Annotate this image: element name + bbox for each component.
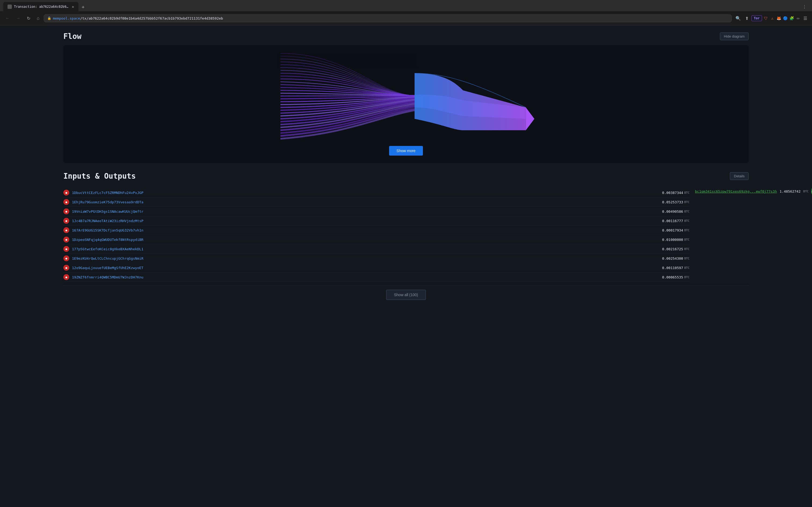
address-bar[interactable]: 🔒 mempool.space/tx/ab7622a64c02b9df08e1b… (44, 14, 732, 22)
input-icon: ● (63, 209, 69, 214)
input-amount: 0.00254300 (662, 257, 683, 261)
io-header: Inputs & Outputs Details (63, 172, 749, 180)
output-amount-value: 1.48562742 (779, 189, 801, 193)
input-amount: 0.00065535 (662, 275, 683, 279)
extension-icons: 🛡 ⚠ 🦊 🔵 🧩 ▭ (763, 15, 801, 21)
table-row: ● 1DbucVttCEzFLc7cF5ZRMNDhFu24vPxJGP 0.0… (63, 185, 749, 285)
output-btc-unit: BTC (803, 190, 809, 193)
input-address[interactable]: 177p5GtwcEefoKCeic8gXkeBXAeNhekDL1 (72, 247, 662, 251)
input-unit: BTC (684, 210, 690, 213)
input-icon: ● (63, 190, 69, 195)
input-unit: BTC (684, 238, 690, 241)
table-row: ● 1Jc4B7a7RJNAeoTAtiW23izRHVjndzMtsP 0.0… (63, 216, 690, 226)
flow-section: Flow Hide diagram (63, 25, 749, 163)
input-address[interactable]: 1EhjRu79GuomzieK75dp73Vvesaa9rdDTa (72, 200, 662, 204)
tab-title: Transaction: ab7622a64c02b9... (14, 5, 70, 9)
hide-diagram-button[interactable]: Hide diagram (720, 33, 749, 40)
input-amount: 0.00216725 (662, 247, 683, 251)
browser-chrome: Transaction: ab7622a64c02b9... ✕ + ⋮ ← →… (0, 0, 812, 25)
flow-header: Flow Hide diagram (63, 32, 749, 41)
window-controls[interactable]: ⋮ (800, 3, 809, 10)
flow-diagram-container: Show more (63, 45, 749, 163)
input-unit: BTC (684, 219, 690, 223)
output-column: bc1qm341sc65zpw791xes69zkg...ewf0j77s3h … (690, 188, 749, 194)
table-row: ● 1E9ezKU4rQwLtCLChncupjGChrqGgsNmiR 0.0… (63, 254, 690, 263)
input-icon: ● (63, 265, 69, 271)
puzzle-icon[interactable]: 🧩 (789, 15, 794, 21)
refresh-button[interactable]: ↻ (25, 15, 33, 22)
output-row: bc1qm341sc65zpw791xes69zkg...ewf0j77s3h … (695, 188, 749, 194)
table-row: ● 19VniaW7vPGtDH3gs1SNAcawKUUcjQmftr 0.0… (63, 207, 690, 216)
input-icon: ● (63, 274, 69, 280)
output-address[interactable]: bc1qm341sc65zpw791xes69zkg...ewf0j77s3h (695, 189, 777, 193)
input-amount: 0.01000000 (662, 238, 683, 242)
input-icon: ● (63, 227, 69, 233)
input-address[interactable]: 1DzpeoSNFqjq4qGWUDUTekf8NtRspydiBR (72, 238, 662, 242)
input-icon: ● (63, 199, 69, 205)
input-unit: BTC (684, 247, 690, 251)
layout-icon[interactable]: ▭ (795, 15, 801, 21)
input-icon: ● (63, 256, 69, 261)
input-unit: BTC (684, 266, 690, 270)
input-address[interactable]: 167ArE9GUG15SK7Dcfjan5qUG32Vb7vh1n (72, 228, 662, 232)
share-button[interactable]: ⬆ (744, 15, 750, 22)
input-unit: BTC (684, 201, 690, 204)
table-row: ● 12o9GaquLjouuefUEBeMgSfUhE2KzwyoET 0.0… (63, 263, 690, 273)
show-all-button[interactable]: Show all (100) (386, 290, 426, 300)
back-button[interactable]: ← (3, 15, 12, 22)
table-row: ● 1DzpeoSNFqjq4qGWUDUTekf8NtRspydiBR 0.0… (63, 235, 690, 244)
table-row: ● 167ArE9GUG15SK7Dcfjan5qUG32Vb7vh1n 0.0… (63, 226, 690, 235)
table-row: ● 1EhjRu79GuomzieK75dp73Vvesaa9rdDTa 0.0… (63, 198, 690, 207)
alert-icon[interactable]: ⚠ (770, 15, 775, 21)
nav-actions: 🔍 ⬆ Tor 🛡 ⚠ 🦊 🔵 🧩 ▭ ☰ (734, 15, 809, 22)
details-button[interactable]: Details (730, 172, 749, 180)
input-address[interactable]: 19VniaW7vPGtDH3gs1SNAcawKUUcjQmftr (72, 210, 662, 214)
io-title: Inputs & Outputs (63, 172, 136, 180)
security-lock-icon: 🔒 (47, 16, 51, 20)
fox-icon[interactable]: 🦊 (776, 15, 781, 21)
brave-shield-icon[interactable]: 🛡 (763, 15, 768, 21)
input-icon: ● (63, 246, 69, 252)
table-row: ● 177p5GtwcEefoKCeic8gXkeBXAeNhekDL1 0.0… (63, 244, 690, 254)
input-amount: 0.00387344 (662, 191, 683, 195)
tab-bar: Transaction: ab7622a64c02b9... ✕ + ⋮ (0, 0, 812, 11)
tab-favicon (7, 5, 12, 9)
flow-title: Flow (63, 32, 81, 41)
input-unit: BTC (684, 191, 690, 194)
input-address[interactable]: 19ZNZf6fnmrri4QWBC5MDmU7WJnzDH7Knu (72, 275, 662, 279)
input-unit: BTC (684, 276, 690, 279)
url-domain: mempool.space (53, 16, 80, 20)
input-address[interactable]: 12o9GaquLjouuefUEBeMgSfUhE2KzwyoET (72, 266, 662, 270)
active-tab[interactable]: Transaction: ab7622a64c02b9... ✕ (3, 2, 79, 11)
input-amount: 0.00017934 (662, 228, 683, 232)
input-unit: BTC (684, 229, 690, 232)
page-content: Flow Hide diagram (0, 25, 812, 507)
vpn-icon[interactable]: 🔵 (782, 15, 788, 21)
input-amount: 0.05253733 (662, 200, 683, 204)
tab-close-button[interactable]: ✕ (72, 5, 74, 9)
search-button[interactable]: 🔍 (734, 15, 743, 22)
url-text: mempool.space/tx/ab7622a64c02b9df08e1b4a… (53, 16, 223, 20)
table-row: ● 19ZNZf6fnmrri4QWBC5MDmU7WJnzDH7Knu 0.0… (63, 273, 690, 282)
show-more-container: Show more (69, 142, 743, 158)
url-path: /tx/ab7622a64c02b9df08e1b4a4d257bbb52f67… (80, 16, 223, 20)
io-section: Inputs & Outputs Details ● 1DbucVttCEzFL… (63, 163, 749, 300)
input-amount: 0.00116777 (662, 219, 683, 223)
menu-button[interactable]: ☰ (802, 15, 809, 22)
input-address[interactable]: 1DbucVttCEzFLc7cF5ZRMNDhFu24vPxJGP (72, 191, 662, 195)
forward-button[interactable]: → (14, 15, 22, 22)
home-button[interactable]: ⌂ (35, 15, 42, 22)
input-unit: BTC (684, 257, 690, 260)
show-more-button[interactable]: Show more (389, 146, 423, 156)
tx-table: ● 1DbucVttCEzFLc7cF5ZRMNDhFu24vPxJGP 0.0… (63, 185, 749, 285)
input-amount: 0.00110597 (662, 266, 683, 270)
input-address[interactable]: 1Jc4B7a7RJNAeoTAtiW23izRHVjndzMtsP (72, 219, 662, 223)
flow-svg (69, 50, 743, 142)
new-tab-button[interactable]: + (81, 3, 86, 11)
input-address[interactable]: 1E9ezKU4rQwLtCLChncupjGChrqGgsNmiR (72, 257, 662, 261)
nav-bar: ← → ↻ ⌂ 🔒 mempool.space/tx/ab7622a64c02b… (0, 11, 812, 25)
input-amount: 0.00490586 (662, 210, 683, 214)
tor-badge[interactable]: Tor (751, 15, 762, 21)
input-rows-container: ● 1DbucVttCEzFLc7cF5ZRMNDhFu24vPxJGP 0.0… (63, 188, 690, 282)
flow-diagram-canvas (69, 50, 743, 142)
